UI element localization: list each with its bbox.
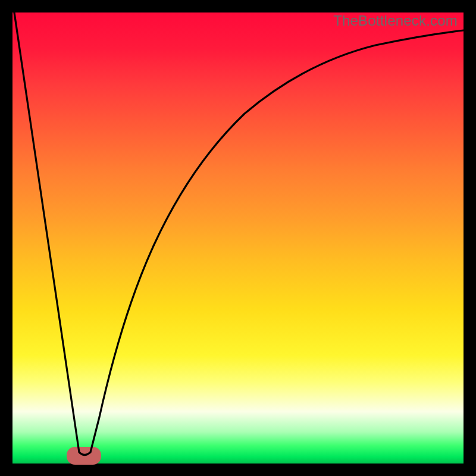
chart-frame: TheBottleneck.com [0,0,476,476]
curve-path [14,12,464,455]
plot-area: TheBottleneck.com [12,12,464,464]
bottleneck-curve [12,12,464,464]
